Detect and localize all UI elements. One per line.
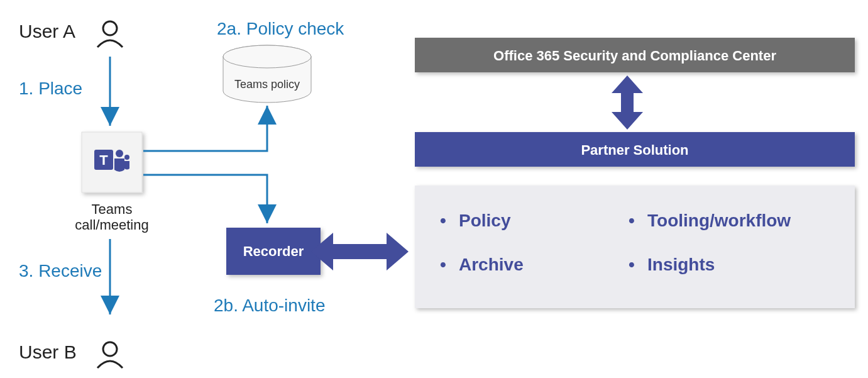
bullet-archive: Archive: [459, 255, 524, 274]
svg-point-0: [103, 21, 117, 35]
compliance-label: Office 365 Security and Compliance Cente…: [493, 48, 776, 64]
teams-policy-label: Teams policy: [234, 78, 300, 91]
bullet-insights: Insights: [647, 255, 715, 274]
double-arrow-vertical: [612, 75, 643, 130]
teams-caption-1: Teams: [92, 201, 133, 217]
svg-point-6: [103, 342, 117, 356]
step-1-label: 1. Place: [19, 79, 82, 98]
bullets-panel: [415, 186, 855, 308]
svg-text:T: T: [99, 152, 108, 168]
arrow-policy-check: [143, 106, 267, 151]
bullet-dot: •: [440, 255, 446, 274]
bullet-dot: •: [440, 211, 446, 230]
bullet-policy: Policy: [459, 211, 511, 230]
recorder-label: Recorder: [243, 243, 304, 259]
partner-label: Partner Solution: [581, 142, 688, 158]
user-b-label: User B: [19, 342, 77, 362]
diagram-canvas: User A 1. Place T Teams call/meeting 3. …: [0, 0, 868, 378]
step-2a-label: 2a. Policy check: [217, 19, 344, 38]
bullet-tooling: Tooling/workflow: [647, 211, 791, 230]
double-arrow-recorder: [311, 233, 409, 270]
svg-point-4: [116, 150, 123, 157]
svg-point-8: [223, 45, 311, 68]
bullet-dot: •: [629, 211, 635, 230]
user-b-icon: [97, 342, 123, 368]
svg-point-5: [124, 155, 129, 160]
step-2b-label: 2b. Auto-invite: [214, 296, 325, 315]
step-3-label: 3. Receive: [19, 261, 102, 281]
user-a-label: User A: [19, 21, 75, 42]
bullet-dot: •: [629, 255, 635, 274]
user-a-icon: [97, 21, 123, 47]
teams-policy-cylinder: Teams policy: [223, 45, 311, 103]
arrow-auto-invite: [143, 175, 267, 223]
teams-box: T: [82, 132, 142, 192]
teams-caption-2: call/meeting: [75, 217, 148, 233]
